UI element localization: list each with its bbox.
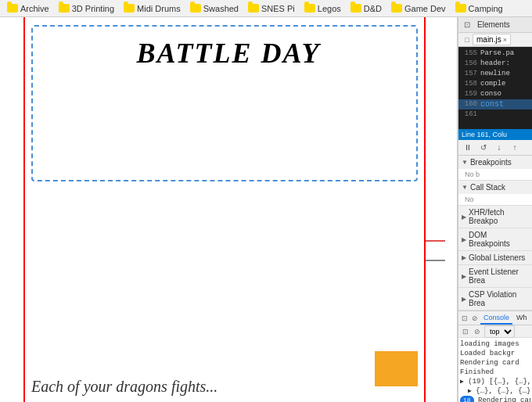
file-tab-bar: □ main.js × [458,33,532,47]
call-stack-header[interactable]: ▼ Call Stack [458,181,532,194]
expand-icon: ▶ [462,254,466,261]
csp-header[interactable]: ▶ CSP Violation Brea [458,288,532,310]
bookmark-swashed[interactable]: Swashed [186,2,243,15]
expand-icon: ▶ [462,296,466,303]
folder-icon [248,4,259,13]
line-number: 158 [460,79,477,89]
sources-icon[interactable]: □ [462,34,473,45]
line-number: 157 [460,69,477,79]
bottom-tab-bar: ⊡ ⊘ Console Wh [458,311,532,325]
status-bar: Line 161, Colu [458,129,532,140]
folder-icon [455,4,466,13]
event-listener-section: ▶ Event Listener Brea [458,265,532,288]
clear-console-icon[interactable]: ⊘ [470,314,480,323]
code-line-155: 155 Parse.pa [458,48,532,59]
csp-section: ▶ CSP Violation Brea [458,288,532,310]
section-label: Call Stack [470,183,505,192]
folder-icon [7,4,18,13]
file-tab-mainjs[interactable]: main.js × [473,34,511,45]
devtools-panel: ⊡ Elements □ main.js × 155 Parse.pa 156 … [458,17,532,402]
file-name: main.js [476,35,501,44]
tab-wh[interactable]: Wh [513,312,530,325]
folder-icon [350,4,361,13]
bookmark-label: Game Dev [404,4,446,13]
bookmark-midi[interactable]: Midi Drums [120,2,185,15]
code-line-158: 158 comple [458,79,532,89]
webpage-inner: Battle Day Each of your dragons fights..… [0,17,457,402]
folder-icon [59,4,70,13]
console-filter-icon[interactable]: ⊡ [461,327,470,336]
bookmark-3dprinting[interactable]: 3D Printing [55,2,118,15]
bookmark-label: Swashed [203,4,239,13]
bookmark-label: Archive [20,4,49,13]
bookmark-label: 3D Printing [72,4,114,13]
console-line-4: Finished [460,368,530,377]
bookmark-label: Midi Drums [137,4,181,13]
bookmark-bar: Archive 3D Printing Midi Drums Swashed S… [0,0,532,17]
webpage-preview: Battle Day Each of your dragons fights..… [0,17,458,402]
devtools-tab-bar: ⊡ Elements [458,17,532,33]
bookmark-legos[interactable]: Legos [300,2,345,15]
code-content: newline [480,69,510,79]
call-stack-content: No [458,194,532,205]
bookmark-dnd[interactable]: D&D [347,2,386,15]
context-selector[interactable]: top [484,325,515,338]
event-header[interactable]: ▶ Event Listener Brea [458,265,532,287]
console-clear-icon[interactable]: ⊘ [473,327,482,336]
code-keyword: const [480,99,504,109]
code-line-161: 161 [458,109,532,120]
tab-console[interactable]: Console [480,312,512,325]
repeat-badge: 18 [460,396,474,402]
line-number: 156 [460,59,477,69]
bookmark-gamedev[interactable]: Game Dev [387,2,450,15]
expand-icon: ▶ [462,236,466,243]
line-number: 161 [460,109,477,120]
global-listeners-section: ▶ Global Listeners [458,251,532,265]
bookmark-snes[interactable]: SNES Pi [244,2,299,15]
page-subtitle: Each of your dragons fights... [31,378,217,396]
code-line-157: 157 newline [458,69,532,79]
console-line-6: ▶ {…}, {…}, {…} [460,386,530,396]
horizontal-line-red [426,240,445,242]
folder-icon [190,4,201,13]
tab-elements[interactable]: Elements [474,19,513,31]
bookmark-archive[interactable]: Archive [3,2,53,15]
console-toolbar: ⊡ ⊘ top [458,325,532,338]
console-line-5: ▶ (19) [{…}, {…}, { [460,377,530,386]
section-label: CSP Violation Brea [469,290,529,307]
code-line-160: 160 const [458,99,532,109]
step-over-button[interactable]: ↺ [477,142,490,154]
bookmark-label: Camping [469,4,503,13]
bottom-devtools: ⊡ ⊘ Console Wh ⊡ ⊘ top loading images [458,310,532,402]
section-label: Breakpoints [470,158,512,167]
code-editor: 155 Parse.pa 156 header: 157 newline 158… [458,47,532,129]
call-stack-section: ▼ Call Stack No [458,181,532,206]
expand-arrow-icon[interactable]: ▶ [468,387,472,394]
code-content: header: [480,59,510,69]
folder-icon [124,4,135,13]
bookmark-camping[interactable]: Camping [451,2,507,15]
global-header[interactable]: ▶ Global Listeners [458,251,532,264]
section-label: Global Listeners [469,253,525,262]
devtools-cursor-icon[interactable]: ⊡ [462,20,473,31]
breakpoints-section: ▼ Breakpoints No b [458,156,532,181]
breakpoints-header[interactable]: ▼ Breakpoints [458,156,532,169]
step-into-button[interactable]: ↓ [493,142,505,154]
close-tab-icon[interactable]: × [503,36,507,44]
collapse-icon: ▼ [462,159,468,166]
dom-breakpoints-section: ▶ DOM Breakpoints [458,228,532,251]
devtools-small-icon[interactable]: ⊡ [460,314,469,323]
folder-icon [304,4,315,13]
left-border-line [23,17,25,402]
right-border-line [424,17,426,402]
bookmark-label: D&D [364,4,382,13]
bookmark-label: Legos [318,4,341,13]
xhr-header[interactable]: ▶ XHR/fetch Breakpo [458,206,532,228]
step-out-button[interactable]: ↑ [509,142,521,154]
line-number: 159 [460,89,477,99]
bookmark-label: SNES Pi [261,4,295,13]
expand-arrow-icon[interactable]: ▶ [460,378,464,385]
pause-button[interactable]: ⏸ [462,142,474,154]
dom-header[interactable]: ▶ DOM Breakpoints [458,228,532,250]
collapse-icon: ▼ [462,184,468,191]
